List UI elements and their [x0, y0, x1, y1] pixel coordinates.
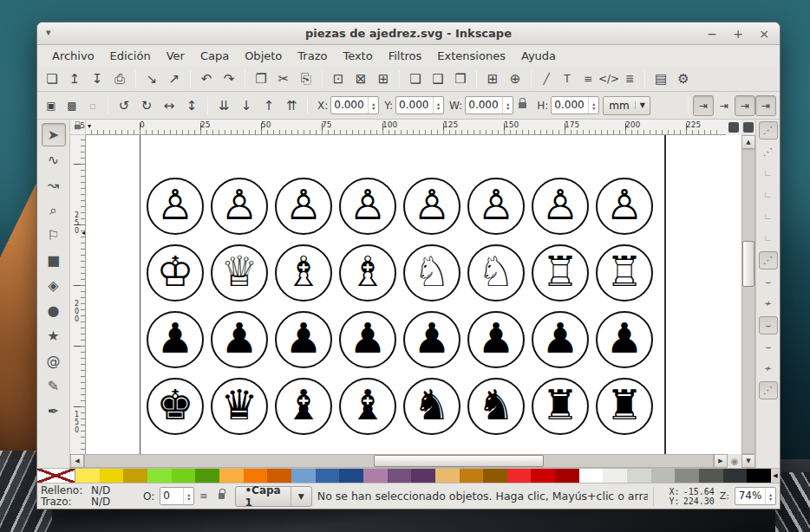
raise-to-top[interactable]: ⇈ [280, 95, 303, 116]
white-pawn[interactable]: ♙ [211, 178, 268, 235]
spinner-arrows-icon[interactable]: ▴▾ [502, 97, 513, 114]
canvas-viewport[interactable]: ♙ ♙ [86, 135, 741, 454]
minimize-button[interactable]: − [705, 27, 719, 41]
hscroll-track[interactable] [84, 454, 714, 468]
create-clone[interactable]: ❑ [427, 68, 449, 89]
black-knight[interactable]: ♞ [467, 378, 525, 435]
star-tool[interactable]: ★ [42, 324, 66, 347]
snap-line-midpoints[interactable]: ≁ [759, 360, 778, 378]
white-knight[interactable]: ♘ [403, 244, 461, 302]
snap-path-intersections[interactable]: ≁ [759, 295, 778, 313]
deselect[interactable]: ▫ [82, 95, 103, 116]
vscroll-track[interactable] [741, 149, 755, 454]
node-editor-tool[interactable]: ∿ [42, 148, 66, 172]
snap-bbox-edges[interactable]: ∟ [759, 165, 778, 183]
white-pawn[interactable]: ♙ [596, 178, 653, 235]
snap-nodes-toggle[interactable]: ⋰ [759, 251, 778, 269]
open-document[interactable]: ↥ [63, 68, 86, 89]
black-bishop[interactable]: ♝ [339, 378, 396, 435]
white-knight[interactable]: ♘ [467, 244, 525, 302]
paste[interactable]: ⎘ [295, 68, 317, 89]
unlink-clone[interactable]: ❒ [449, 68, 472, 89]
new-document[interactable]: ❏ [41, 68, 63, 89]
menu-item[interactable]: Texto [335, 48, 380, 64]
w-field[interactable]: 0.000▴▾ [465, 96, 513, 114]
color-swatch[interactable] [435, 469, 460, 483]
import[interactable]: ↘ [140, 68, 163, 89]
h-field[interactable]: 0.000▴▾ [551, 96, 599, 114]
black-pawn[interactable]: ♟ [211, 311, 268, 368]
color-swatch[interactable] [460, 469, 484, 483]
color-swatch[interactable] [195, 469, 219, 483]
vscroll-thumb[interactable] [742, 241, 754, 287]
color-swatch[interactable] [411, 469, 435, 483]
scroll-left-icon[interactable]: ◀ [70, 454, 84, 468]
zoom-selection[interactable]: ⊡ [327, 68, 349, 89]
black-rook[interactable]: ♜ [532, 378, 589, 435]
hscroll-thumb[interactable] [374, 455, 543, 467]
black-pawn[interactable]: ♟ [275, 311, 332, 368]
menu-item[interactable]: Ver [159, 48, 193, 64]
white-rook[interactable]: ♖ [596, 244, 653, 302]
color-swatch[interactable] [147, 469, 172, 483]
rotate-ccw[interactable]: ↺ [113, 95, 135, 116]
spinner-arrows-icon[interactable]: ▴▾ [183, 488, 193, 504]
move-gradients-toggle[interactable]: ⇥ [735, 95, 755, 116]
white-bishop[interactable]: ♗ [275, 244, 332, 302]
flip-horizontal[interactable]: ↔ [158, 95, 180, 116]
spinner-arrows-icon[interactable]: ▴▾ [433, 97, 443, 114]
zoom-drawing[interactable]: ⊠ [349, 68, 372, 89]
palette-scroll-arrow-icon[interactable]: ◀ [771, 469, 780, 483]
spinner-arrows-icon[interactable]: ▴▾ [765, 488, 775, 504]
fill-stroke-dialog[interactable]: ╱ [536, 68, 557, 89]
black-rook[interactable]: ♜ [596, 378, 653, 435]
pencil-tool[interactable]: ✎ [42, 374, 66, 398]
units-dropdown[interactable]: mm▼ [603, 96, 650, 115]
color-swatch[interactable] [723, 469, 748, 483]
layer-visibility-icon[interactable]: ≡ [199, 490, 207, 502]
color-swatch[interactable] [244, 469, 268, 483]
scale-corners-toggle[interactable]: ⇥ [714, 95, 735, 116]
white-king[interactable]: ♔ [147, 244, 204, 302]
scroll-up-icon[interactable]: ▲ [741, 135, 755, 149]
no-color-swatch[interactable] [37, 469, 75, 483]
menu-item[interactable]: Capa [193, 48, 237, 64]
black-pawn[interactable]: ♟ [147, 311, 204, 368]
snap-cusp-nodes[interactable]: ⌣ [759, 316, 778, 334]
color-swatch[interactable] [339, 469, 363, 483]
color-swatch[interactable] [555, 469, 579, 483]
color-swatch[interactable] [699, 469, 723, 483]
print[interactable]: ⎙ [108, 68, 131, 89]
canvas-corner-button[interactable] [728, 122, 739, 133]
black-pawn[interactable]: ♟ [403, 311, 461, 368]
ungroup-objects[interactable]: ⊕ [504, 68, 526, 89]
color-swatch[interactable] [747, 469, 771, 483]
tweak-tool[interactable]: ↝ [42, 173, 66, 197]
text-dialog[interactable]: T [557, 68, 578, 89]
snap-bbox-centers[interactable]: ∟ [759, 230, 778, 248]
export[interactable]: ↗ [163, 68, 186, 89]
color-swatch[interactable] [675, 469, 699, 483]
ellipse-tool[interactable]: ● [42, 299, 66, 322]
duplicate[interactable]: ❏ [404, 68, 427, 89]
black-queen[interactable]: ♛ [211, 378, 268, 435]
scroll-down-icon[interactable]: ▼ [741, 454, 755, 468]
spinner-arrows-icon[interactable]: ▴▾ [368, 97, 378, 114]
black-king[interactable]: ♚ [147, 378, 204, 435]
cut[interactable]: ✂ [272, 68, 295, 89]
color-swatch[interactable] [603, 469, 627, 483]
black-pawn[interactable]: ♟ [339, 311, 396, 368]
snap-bbox-corners[interactable]: ∟ [759, 186, 778, 204]
spiral-tool[interactable]: @ [42, 349, 66, 373]
spinner-arrows-icon[interactable]: ▴▾ [588, 97, 598, 114]
measure-tool[interactable]: ⚐ [42, 224, 66, 247]
lower-one-step[interactable]: ↓ [235, 95, 258, 116]
y-field[interactable]: 0.000▴▾ [395, 96, 444, 114]
maximize-button[interactable]: + [731, 27, 745, 41]
calligraphy-tool[interactable]: ✒ [42, 399, 66, 423]
opacity-field[interactable]: 0▴▾ [160, 487, 194, 505]
select-all[interactable]: ▣ [41, 95, 62, 116]
layers-dialog[interactable]: ≡ [578, 68, 598, 89]
color-swatch[interactable] [291, 469, 316, 483]
white-pawn[interactable]: ♙ [403, 178, 461, 235]
